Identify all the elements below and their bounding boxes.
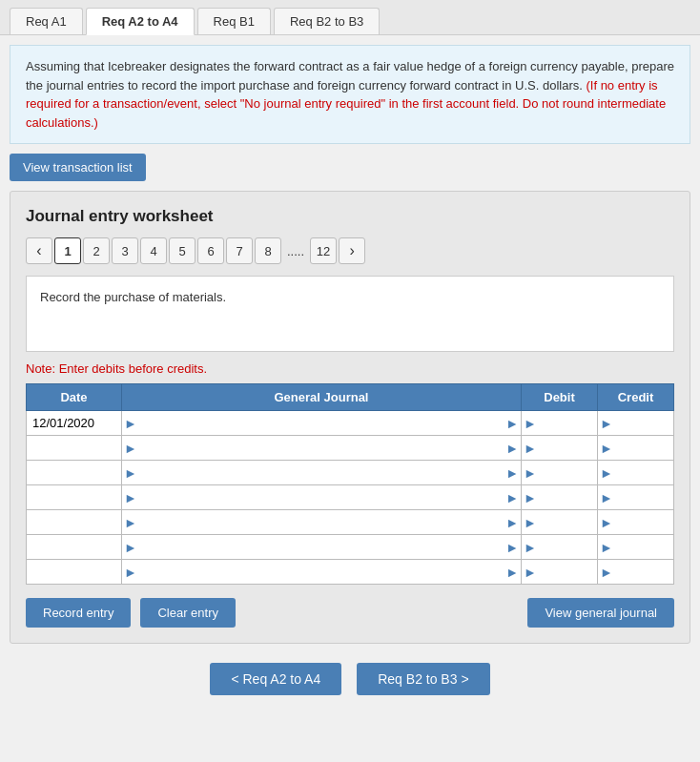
general-arrow-3[interactable]: ► <box>122 465 139 481</box>
general-arrow-1[interactable]: ► <box>122 416 139 431</box>
date-cell-4 <box>27 485 122 510</box>
general-arrow-right-1[interactable]: ► <box>504 416 521 431</box>
general-cell-4[interactable]: ► ► <box>122 485 522 510</box>
credit-cell-3[interactable]: ► <box>598 461 674 485</box>
credit-input-6[interactable] <box>615 535 673 559</box>
general-cell-2[interactable]: ► ► <box>122 436 522 461</box>
debit-arrow-1[interactable]: ► <box>522 416 539 431</box>
debit-input-5[interactable] <box>539 510 597 534</box>
debit-input-2[interactable] <box>539 436 597 460</box>
credit-input-3[interactable] <box>615 461 673 484</box>
page-dots: ..... <box>283 244 308 258</box>
debit-input-3[interactable] <box>539 461 597 484</box>
general-cell-7[interactable]: ► ► <box>122 560 522 585</box>
debit-arrow-5[interactable]: ► <box>522 515 539 530</box>
general-input-4[interactable] <box>139 485 504 509</box>
debit-cell-6[interactable]: ► <box>522 535 598 560</box>
general-arrow-right-7[interactable]: ► <box>504 565 521 580</box>
debit-input-6[interactable] <box>539 535 597 559</box>
credit-arrow-7[interactable]: ► <box>598 565 615 580</box>
general-arrow-4[interactable]: ► <box>122 490 139 505</box>
credit-arrow-4[interactable]: ► <box>598 490 615 505</box>
page-prev-arrow[interactable]: ‹ <box>26 237 52 264</box>
date-cell-5 <box>27 510 122 535</box>
debit-input-7[interactable] <box>539 560 597 584</box>
credit-arrow-3[interactable]: ► <box>598 465 615 481</box>
general-input-1[interactable] <box>139 411 504 435</box>
page-btn-8[interactable]: 8 <box>255 237 281 264</box>
general-cell-6[interactable]: ► ► <box>122 535 522 560</box>
info-main-text: Assuming that Icebreaker designates the … <box>26 59 674 93</box>
general-cell-5[interactable]: ► ► <box>122 510 522 535</box>
general-arrow-2[interactable]: ► <box>122 441 139 456</box>
debit-arrow-4[interactable]: ► <box>522 490 539 505</box>
credit-cell-6[interactable]: ► <box>598 535 674 560</box>
journal-table: Date General Journal Debit Credit 12/01/… <box>26 383 674 585</box>
debit-cell-2[interactable]: ► <box>522 436 598 461</box>
general-input-3[interactable] <box>139 461 504 484</box>
page-btn-2[interactable]: 2 <box>83 237 110 264</box>
credit-arrow-2[interactable]: ► <box>598 441 615 456</box>
general-arrow-right-3[interactable]: ► <box>504 465 521 481</box>
nav-next-button[interactable]: Req B2 to B3 > <box>357 663 489 695</box>
debit-arrow-3[interactable]: ► <box>522 465 539 481</box>
debit-arrow-2[interactable]: ► <box>522 441 539 456</box>
debit-cell-7[interactable]: ► <box>522 560 598 585</box>
tab-req-b1[interactable]: Req B1 <box>197 8 271 34</box>
general-arrow-right-4[interactable]: ► <box>504 490 521 505</box>
page-btn-3[interactable]: 3 <box>112 237 138 264</box>
credit-cell-1[interactable]: ► <box>598 411 674 436</box>
credit-cell-7[interactable]: ► <box>598 560 674 585</box>
debit-arrow-6[interactable]: ► <box>522 540 539 555</box>
page-next-arrow[interactable]: › <box>339 237 365 264</box>
nav-prev-button[interactable]: < Req A2 to A4 <box>210 663 341 695</box>
general-arrow-7[interactable]: ► <box>122 565 139 580</box>
general-arrow-6[interactable]: ► <box>122 540 139 555</box>
debit-cell-4[interactable]: ► <box>522 485 598 510</box>
debit-input-1[interactable] <box>539 411 597 435</box>
col-header-debit: Debit <box>522 384 598 411</box>
credit-cell-5[interactable]: ► <box>598 510 674 535</box>
credit-input-2[interactable] <box>615 436 673 460</box>
page-btn-6[interactable]: 6 <box>197 237 224 264</box>
debit-cell-1[interactable]: ► <box>522 411 598 436</box>
general-input-2[interactable] <box>139 436 504 460</box>
debit-cell-3[interactable]: ► <box>522 461 598 485</box>
clear-entry-button[interactable]: Clear entry <box>140 598 236 628</box>
tab-req-b2-b3[interactable]: Req B2 to B3 <box>274 8 380 34</box>
credit-input-4[interactable] <box>615 485 673 509</box>
general-cell-1[interactable]: ► ► <box>122 411 522 436</box>
general-input-6[interactable] <box>139 535 504 559</box>
credit-arrow-5[interactable]: ► <box>598 515 615 530</box>
page-btn-7[interactable]: 7 <box>226 237 253 264</box>
credit-arrow-6[interactable]: ► <box>598 540 615 555</box>
general-arrow-5[interactable]: ► <box>122 515 139 530</box>
general-arrow-right-6[interactable]: ► <box>504 540 521 555</box>
view-general-journal-button[interactable]: View general journal <box>527 598 674 628</box>
credit-input-1[interactable] <box>615 411 673 435</box>
page-btn-1[interactable]: 1 <box>54 237 81 264</box>
page-btn-4[interactable]: 4 <box>140 237 167 264</box>
credit-input-5[interactable] <box>615 510 673 534</box>
page-btn-12[interactable]: 12 <box>310 237 337 264</box>
credit-cell-4[interactable]: ► <box>598 485 674 510</box>
general-cell-3[interactable]: ► ► <box>122 461 522 485</box>
general-arrow-right-2[interactable]: ► <box>504 441 521 456</box>
general-input-5[interactable] <box>139 510 504 534</box>
view-transaction-button[interactable]: View transaction list <box>10 154 146 181</box>
debit-cell-5[interactable]: ► <box>522 510 598 535</box>
table-row: ► ► ► ► <box>27 510 674 535</box>
debit-arrow-7[interactable]: ► <box>522 565 539 580</box>
worksheet-title: Journal entry worksheet <box>26 207 674 226</box>
record-entry-button[interactable]: Record entry <box>26 598 131 628</box>
tab-req-a1[interactable]: Req A1 <box>10 8 83 34</box>
page-btn-5[interactable]: 5 <box>169 237 196 264</box>
general-arrow-right-5[interactable]: ► <box>504 515 521 530</box>
tab-req-a2-a4[interactable]: Req A2 to A4 <box>86 8 195 35</box>
credit-input-7[interactable] <box>615 560 673 584</box>
table-row: ► ► ► ► <box>27 535 674 560</box>
credit-cell-2[interactable]: ► <box>598 436 674 461</box>
general-input-7[interactable] <box>139 560 504 584</box>
debit-input-4[interactable] <box>539 485 597 509</box>
credit-arrow-1[interactable]: ► <box>598 416 615 431</box>
